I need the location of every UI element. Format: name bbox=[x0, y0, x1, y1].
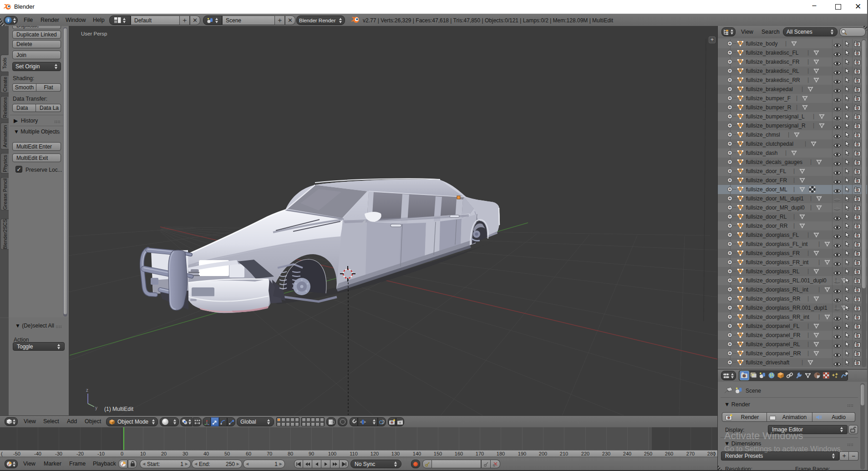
svg-text:y: y bbox=[95, 405, 97, 410]
svg-text:z: z bbox=[86, 388, 88, 393]
